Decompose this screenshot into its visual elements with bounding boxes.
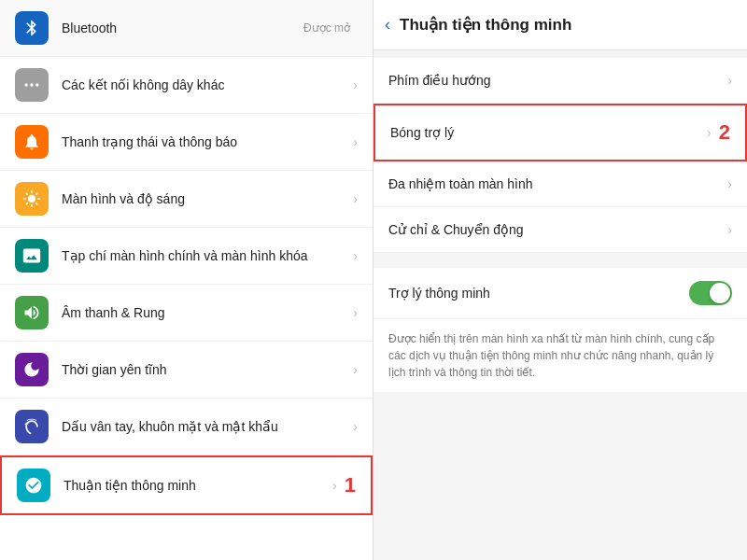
- dnd-arrow: ›: [353, 362, 358, 377]
- assistant-ball-arrow: ›: [707, 125, 712, 140]
- wallpaper-arrow: ›: [353, 248, 358, 263]
- sound-label: Âm thanh & Rung: [62, 304, 353, 321]
- connections-label: Các kết nối không dây khác: [62, 77, 353, 93]
- gesture-label: Cử chỉ & Chuyển động: [388, 222, 727, 237]
- smart-arrow: ›: [332, 478, 337, 493]
- display-arrow: ›: [353, 191, 358, 206]
- assistant-ball-label: Bóng trợ lý: [390, 125, 707, 140]
- right-item-multitask[interactable]: Đa nhiệm toàn màn hình ›: [374, 161, 747, 207]
- connections-icon: [15, 68, 49, 102]
- biometrics-arrow: ›: [353, 419, 358, 434]
- nav-keys-label: Phím điều hướng: [388, 73, 727, 88]
- dnd-label: Thời gian yên tĩnh: [62, 361, 353, 378]
- right-item-gesture[interactable]: Cử chỉ & Chuyển động ›: [374, 207, 747, 253]
- menu-item-dnd[interactable]: Thời gian yên tĩnh ›: [0, 342, 373, 399]
- menu-item-display[interactable]: Màn hình và độ sáng ›: [0, 171, 373, 228]
- multitask-label: Đa nhiệm toàn màn hình: [388, 176, 727, 191]
- menu-item-bluetooth[interactable]: Bluetooth Được mở: [0, 0, 373, 57]
- bluetooth-label: Bluetooth: [62, 20, 303, 36]
- menu-item-biometrics[interactable]: Dấu vân tay, khuôn mặt và mật khẩu ›: [0, 399, 373, 455]
- display-label: Màn hình và độ sáng: [62, 190, 353, 207]
- menu-item-sound[interactable]: Âm thanh & Rung ›: [0, 285, 373, 342]
- smart-assistant-toggle[interactable]: [689, 281, 732, 305]
- toggle-section: Trợ lý thông minh Được hiển thị trên màn…: [374, 268, 747, 392]
- spacer-mid: [374, 253, 747, 260]
- bluetooth-badge: Được mở: [303, 21, 350, 35]
- svg-point-0: [25, 83, 28, 86]
- bluetooth-icon: [15, 11, 49, 45]
- assistant-ball-number: 2: [719, 120, 730, 145]
- right-item-nav-keys[interactable]: Phím điều hướng ›: [374, 58, 747, 104]
- menu-item-wallpaper[interactable]: Tạp chí màn hình chính và màn hình khóa …: [0, 228, 373, 285]
- smart-number: 1: [345, 473, 356, 497]
- status-bar-icon: [15, 125, 49, 159]
- smart-icon: [17, 469, 50, 502]
- nav-keys-arrow: ›: [727, 73, 732, 88]
- svg-point-1: [30, 83, 33, 86]
- right-header: ‹ Thuận tiện thông minh: [374, 0, 747, 50]
- dnd-icon: [15, 353, 49, 386]
- menu-item-smart[interactable]: Thuận tiện thông minh › 1: [0, 455, 373, 515]
- svg-point-2: [35, 83, 38, 86]
- back-button[interactable]: ‹: [385, 15, 390, 35]
- status-bar-arrow: ›: [353, 134, 358, 149]
- smart-assistant-toggle-row: Trợ lý thông minh: [374, 268, 747, 319]
- biometrics-label: Dấu vân tay, khuôn mặt và mật khẩu: [62, 418, 353, 435]
- right-item-assistant-ball[interactable]: Bóng trợ lý › 2: [374, 104, 747, 161]
- status-bar-label: Thanh trạng thái và thông báo: [62, 133, 353, 150]
- menu-item-connections[interactable]: Các kết nối không dây khác ›: [0, 57, 373, 114]
- connections-arrow: ›: [353, 77, 358, 92]
- gesture-arrow: ›: [727, 222, 732, 237]
- smart-label: Thuận tiện thông minh: [63, 477, 332, 494]
- sound-icon: [15, 296, 49, 329]
- display-icon: [15, 182, 49, 216]
- menu-item-status-bar[interactable]: Thanh trạng thái và thông báo ›: [0, 114, 373, 171]
- wallpaper-label: Tạp chí màn hình chính và màn hình khóa: [62, 247, 353, 264]
- sound-arrow: ›: [353, 305, 358, 320]
- right-panel: ‹ Thuận tiện thông minh Phím điều hướng …: [374, 0, 747, 560]
- right-panel-title: Thuận tiện thông minh: [400, 15, 571, 35]
- smart-assistant-description: Được hiển thị trên màn hình xa nhất từ m…: [374, 319, 747, 392]
- left-panel: Bluetooth Được mở Các kết nối không dây …: [0, 0, 374, 560]
- spacer-top: [374, 50, 747, 58]
- wallpaper-icon: [15, 239, 49, 273]
- multitask-arrow: ›: [727, 176, 732, 191]
- smart-assistant-label: Trợ lý thông minh: [388, 286, 689, 301]
- biometrics-icon: [15, 410, 49, 443]
